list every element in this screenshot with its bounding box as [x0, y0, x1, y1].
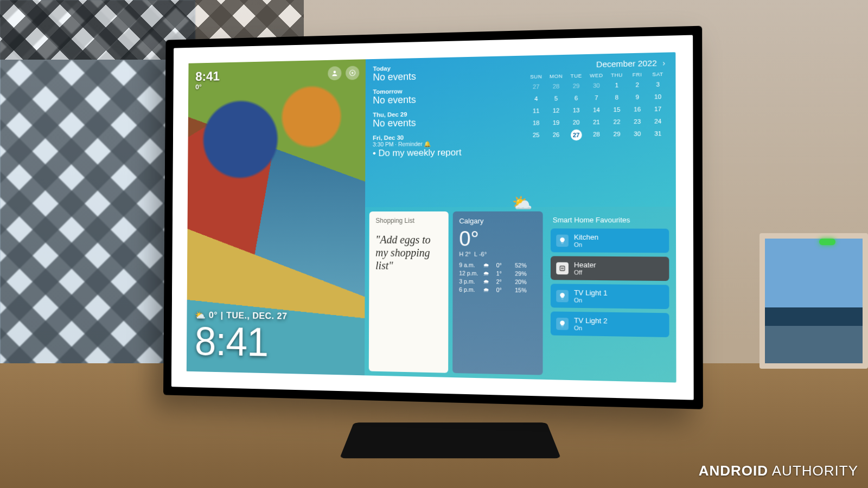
photo-secondary-frame [760, 233, 868, 369]
agenda-day: TomorrowNo events [373, 86, 514, 106]
calendar-dow: THU [607, 72, 627, 78]
weather-hilo: H 2° L -6° [459, 251, 536, 258]
forecast-temp: 0° [496, 287, 512, 293]
shopping-title: Shopping List [375, 217, 442, 224]
calendar-dow: TUE [567, 73, 586, 79]
calendar-title: December 2022 [596, 58, 657, 69]
calendar-day[interactable]: 9 [628, 92, 647, 102]
forecast-row: 3 p.m.🌧2°20% [459, 278, 536, 285]
agenda-day-text: No events [373, 116, 514, 130]
calendar-day[interactable]: 21 [587, 117, 606, 127]
watermark: ANDROID AUTHORITY [699, 463, 858, 479]
calendar-day[interactable]: 11 [527, 106, 546, 116]
big-clock: 8:41 [195, 322, 288, 362]
forecast-row: 6 p.m.🌧0°15% [459, 286, 536, 294]
forecast-temp: 2° [496, 279, 512, 285]
weather-widget[interactable]: Calgary ⛅ 0° H 2° L -6° 9 a.m.🌧0°52%12 p… [452, 211, 543, 375]
device-state: On [574, 297, 608, 304]
forecast-humidity: 20% [515, 279, 534, 286]
smart-home-widget[interactable]: Smart Home Favourites KitchenOnHeaterOff… [547, 211, 672, 378]
agenda-calendar-row: TodayNo eventsTomorrowNo eventsThu, Dec … [365, 52, 676, 207]
calendar-day[interactable]: 6 [567, 93, 586, 103]
forecast-humidity: 15% [515, 287, 534, 294]
forecast-icon: 🌧 [483, 262, 493, 268]
echo-show-device: 8:41 0° ⛅ 0° | TUE., DEC. 27 8:41 [163, 26, 703, 409]
calendar-day[interactable]: 4 [527, 94, 546, 104]
calendar-day[interactable]: 12 [547, 105, 566, 115]
forecast-icon: 🌧 [483, 287, 493, 293]
calendar-day[interactable]: 5 [547, 93, 566, 104]
calendar-day[interactable]: 2 [628, 80, 647, 90]
svg-rect-3 [560, 266, 564, 271]
calendar-day[interactable]: 29 [607, 129, 627, 140]
forecast-humidity: 52% [515, 262, 534, 269]
mini-temp: 0° [195, 82, 220, 91]
forecast-icon: 🌧 [483, 278, 493, 285]
bulb-icon [556, 318, 569, 330]
calendar-day[interactable]: 8 [607, 92, 627, 102]
reminder-text: • Do my weekly report [373, 146, 514, 158]
calendar-day[interactable]: 7 [587, 93, 606, 103]
shopping-hint: "Add eggs to my shopping list" [375, 233, 442, 273]
calendar-day[interactable]: 16 [628, 104, 647, 114]
calendar-day[interactable]: 30 [628, 129, 647, 140]
clock-block: ⛅ 0° | TUE., DEC. 27 8:41 [195, 310, 288, 362]
calendar-day[interactable]: 24 [648, 116, 668, 126]
plug-icon [556, 262, 569, 274]
calendar-next-icon[interactable]: › [662, 58, 665, 67]
svg-rect-5 [563, 267, 563, 269]
calendar-day[interactable]: 3 [648, 79, 668, 89]
profile-icon[interactable] [328, 66, 341, 80]
device-name: Heater [574, 261, 596, 269]
device-kitchen[interactable]: KitchenOn [551, 229, 669, 253]
forecast-time: 9 a.m. [459, 262, 480, 268]
calendar-day[interactable]: 22 [607, 117, 627, 127]
reminder-time: 3:30 PM · Reminder 🔔 [373, 139, 514, 148]
calendar-day-today[interactable]: 27 [571, 130, 582, 141]
forecast-humidity: 29% [515, 271, 534, 277]
calendar-day-prev[interactable]: 30 [587, 80, 606, 91]
device-tv-light-1[interactable]: TV Light 1On [551, 284, 669, 310]
weather-city: Calgary [459, 217, 536, 225]
forecast-time: 6 p.m. [459, 286, 480, 293]
calendar-day[interactable]: 23 [628, 117, 647, 127]
calendar-day[interactable]: 25 [527, 130, 546, 141]
calendar-day[interactable]: 31 [648, 129, 668, 140]
calendar-day[interactable]: 19 [547, 118, 566, 128]
svg-rect-4 [561, 267, 562, 269]
calendar-grid: SUNMONTUEWEDTHUFRISAT2728293012345678910… [527, 71, 668, 142]
calendar-day-prev[interactable]: 29 [567, 81, 586, 91]
calendar-widget[interactable]: December 2022 › SUNMONTUEWEDTHUFRISAT272… [522, 52, 676, 207]
calendar-day-prev[interactable]: 28 [547, 81, 566, 92]
calendar-day[interactable]: 10 [648, 92, 668, 102]
svg-point-2 [352, 72, 353, 74]
art-clock-panel[interactable]: 8:41 0° ⛅ 0° | TUE., DEC. 27 8:41 [187, 59, 366, 375]
calendar-day[interactable]: 13 [567, 105, 586, 115]
calendar-day[interactable]: 26 [547, 130, 566, 141]
agenda-widget[interactable]: TodayNo eventsTomorrowNo eventsThu, Dec … [365, 56, 522, 208]
device-heater[interactable]: HeaterOff [551, 256, 669, 281]
shopping-list-widget[interactable]: Shopping List "Add eggs to my shopping l… [369, 211, 449, 373]
calendar-dow: WED [587, 72, 606, 79]
calendar-day[interactable]: 15 [607, 105, 627, 115]
device-state: Off [574, 269, 596, 276]
calendar-day-prev[interactable]: 27 [527, 81, 546, 92]
device-state: On [574, 325, 608, 332]
device-tv-light-2[interactable]: TV Light 2On [551, 312, 669, 338]
widget-area: TodayNo eventsTomorrowNo eventsThu, Dec … [365, 52, 676, 382]
forecast-icon: 🌧 [483, 270, 493, 277]
device-state: On [574, 241, 598, 248]
bulb-icon [556, 234, 569, 247]
calendar-dow: MON [547, 73, 566, 79]
assistant-icon[interactable] [346, 66, 359, 80]
calendar-day[interactable]: 18 [527, 118, 546, 128]
calendar-day[interactable]: 17 [648, 104, 668, 114]
forecast-temp: 0° [496, 262, 512, 268]
bottom-widgets: Shopping List "Add eggs to my shopping l… [365, 207, 676, 383]
calendar-day[interactable]: 20 [567, 117, 586, 127]
calendar-day[interactable]: 14 [587, 105, 606, 115]
calendar-day[interactable]: 28 [587, 129, 606, 140]
calendar-day[interactable]: 1 [607, 80, 627, 90]
forecast-time: 3 p.m. [459, 278, 480, 285]
agenda-day: Thu, Dec 29No events [373, 110, 514, 130]
